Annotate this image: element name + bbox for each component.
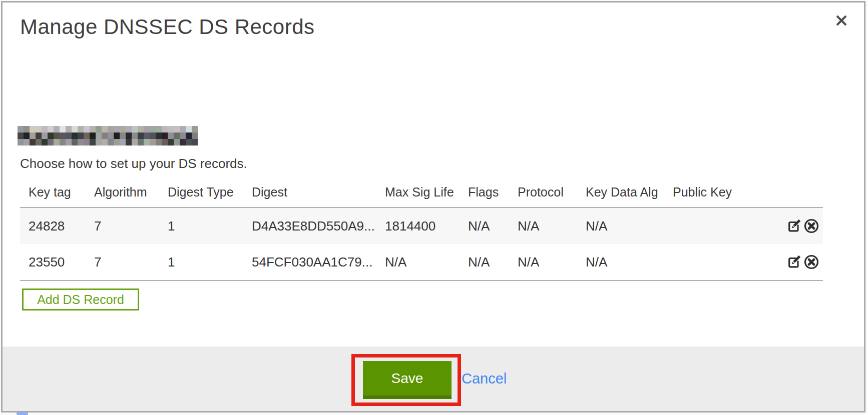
cancel-link[interactable]: Cancel	[462, 370, 507, 387]
cell-key-data-alg: N/A	[586, 254, 673, 270]
edit-icon[interactable]	[785, 218, 802, 234]
add-ds-record-button[interactable]: Add DS Record	[22, 288, 139, 310]
column-header-flags: Flags	[468, 185, 518, 200]
row-actions	[780, 254, 823, 270]
cell-max-sig-life: 1814400	[385, 218, 468, 234]
manage-dnssec-dialog: Manage DNSSEC DS Records Choose how to s…	[0, 0, 868, 415]
column-header-digest-type: Digest Type	[168, 185, 252, 200]
redacted-domain	[18, 126, 198, 146]
cell-algorithm: 7	[94, 254, 168, 270]
save-button[interactable]: Save	[363, 361, 452, 399]
column-header-digest: Digest	[252, 185, 385, 200]
table-row: 23550 7 1 54FCF030AA1C79... N/A N/A N/A …	[20, 244, 823, 280]
footer-bar: Save Cancel	[3, 346, 864, 411]
page-title: Manage DNSSEC DS Records	[20, 15, 315, 39]
cell-key-data-alg: N/A	[586, 218, 673, 234]
cell-digest-type: 1	[168, 254, 252, 270]
close-x-glyph	[834, 13, 849, 28]
delete-circle-icon[interactable]	[803, 254, 820, 270]
column-header-key-tag: Key tag	[29, 185, 94, 200]
column-header-key-data-alg: Key Data Alg	[586, 185, 673, 200]
edit-icon[interactable]	[785, 254, 802, 270]
column-header-public-key: Public Key	[673, 185, 780, 200]
instruction-text: Choose how to set up your DS records.	[20, 156, 247, 172]
table-row: 24828 7 1 D4A33E8DD550A9... 1814400 N/A …	[20, 208, 823, 244]
cell-key-tag: 23550	[29, 254, 94, 270]
background-page-strip	[2, 412, 866, 415]
cell-algorithm: 7	[94, 218, 168, 234]
table-header: Key tag Algorithm Digest Type Digest Max…	[20, 185, 823, 200]
column-header-actions	[780, 185, 823, 200]
cell-max-sig-life: N/A	[385, 254, 468, 270]
cell-digest: 54FCF030AA1C79...	[252, 254, 385, 270]
column-header-protocol: Protocol	[518, 185, 586, 200]
cell-flags: N/A	[468, 218, 518, 234]
table-body: 24828 7 1 D4A33E8DD550A9... 1814400 N/A …	[20, 207, 823, 281]
row-actions	[780, 218, 823, 234]
cell-protocol: N/A	[518, 254, 586, 270]
annotation-highlight-box: Save	[351, 354, 461, 406]
delete-circle-icon[interactable]	[803, 218, 820, 234]
cell-protocol: N/A	[518, 218, 586, 234]
cell-key-tag: 24828	[29, 218, 94, 234]
background-artifact	[17, 412, 28, 415]
cell-digest: D4A33E8DD550A9...	[252, 218, 385, 234]
cell-flags: N/A	[468, 254, 518, 270]
close-icon[interactable]	[834, 13, 849, 28]
column-header-algorithm: Algorithm	[94, 185, 168, 200]
cell-digest-type: 1	[168, 218, 252, 234]
column-header-max-sig-life: Max Sig Life	[385, 185, 468, 200]
